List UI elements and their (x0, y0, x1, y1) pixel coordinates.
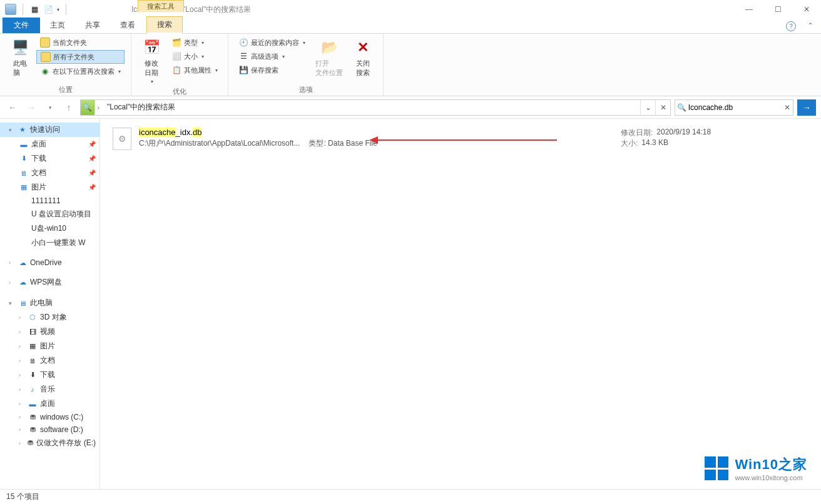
sidebar-item-drive-e[interactable]: ›⛃仅做文件存放 (E:) (0, 436, 99, 450)
sidebar-item-3d[interactable]: ›⬡3D 对象 (0, 310, 99, 325)
sidebar-item-music[interactable]: ›♪音乐 (0, 382, 99, 396)
label: 文档 (31, 168, 46, 178)
document-icon: 🗎 (19, 169, 29, 178)
sidebar-item-pictures[interactable]: ›▦图片 (0, 339, 99, 353)
address-dropdown-icon[interactable]: ⌄ (640, 100, 655, 115)
label: 打开 文件位置 (315, 59, 343, 78)
search-input[interactable] (688, 103, 782, 112)
date-value: 2020/9/19 14:18 (656, 128, 711, 138)
help-icon[interactable]: ? (786, 21, 796, 31)
label: software (D:) (40, 425, 83, 434)
clear-search-icon[interactable]: ✕ (782, 103, 793, 112)
calendar-icon: 📅 (141, 38, 161, 58)
tab-file[interactable]: 文件 (3, 18, 40, 33)
search-location-icon: 🔍 (81, 100, 94, 115)
label: 此电脑 (30, 298, 53, 308)
sidebar-item-drive-c[interactable]: ›⛃windows (C:) (0, 411, 99, 423)
forward-button[interactable]: → (24, 100, 39, 115)
pin-icon: 📌 (88, 184, 96, 191)
save-search-button[interactable]: 💾保存搜索 (235, 64, 309, 76)
close-search-button[interactable]: ✕ 关闭 搜索 (349, 36, 377, 79)
tab-share[interactable]: 共享 (75, 18, 110, 33)
maximize-button[interactable]: ☐ (763, 0, 792, 19)
results-pane[interactable]: ⚙ iconcache_idx.db C:\用户\Administrator\A… (100, 119, 821, 489)
all-subfolders-button[interactable]: 所有子文件夹 (36, 50, 125, 64)
search-box[interactable]: 🔍 ✕ (675, 99, 793, 116)
ribbon-group-refine: 📅 修改 日期▾ 🗂️类型▾ ⬜大小▾ 📋其他属性▾ 优化 (131, 34, 228, 96)
sidebar-item-desktop[interactable]: ▬桌面📌 (0, 137, 99, 151)
recent-searches-button[interactable]: 🕘最近的搜索内容▾ (235, 36, 309, 49)
properties-icon[interactable]: ▦ (29, 4, 39, 14)
navigation-pane[interactable]: ▾★快速访问 ▬桌面📌 ⬇下载📌 🗎文档📌 ▦图片📌 1111111 U 盘设置… (0, 119, 100, 489)
cube-icon: ⬡ (28, 313, 38, 322)
file-metadata: 修改日期:2020/9/19 14:18 大小:14.3 KB (621, 128, 808, 149)
label: 1111111 (31, 196, 61, 205)
sidebar-item-folder[interactable]: 1111111 (0, 194, 99, 207)
chevron-down-icon[interactable]: ▾ (9, 300, 15, 306)
current-folder-button[interactable]: 当前文件夹 (36, 36, 125, 49)
sidebar-item-downloads[interactable]: ⬇下载📌 (0, 151, 99, 166)
label: WPS网盘 (30, 277, 62, 288)
search-again-in-button[interactable]: ◉在以下位置再次搜索▾ (36, 65, 125, 78)
recent-locations-icon[interactable]: ▾ (43, 100, 58, 115)
sidebar-item-onedrive[interactable]: ›☁OneDrive (0, 256, 99, 269)
collapse-ribbon-icon[interactable]: ⌃ (807, 21, 813, 30)
label: windows (C:) (40, 413, 83, 421)
label: 3D 对象 (40, 312, 67, 323)
this-pc-button[interactable]: 🖥️ 此电 脑 (6, 36, 34, 79)
label: 桌面 (31, 139, 46, 149)
sidebar-item-wps[interactable]: ›☁WPS网盘 (0, 275, 99, 290)
drive-icon: ⛃ (28, 425, 38, 434)
other-props-button[interactable]: 📋其他属性▾ (168, 64, 222, 76)
sidebar-item-folder[interactable]: 小白一键重装 W (0, 236, 99, 250)
folder-icon (19, 210, 29, 219)
label: 高级选项 (251, 52, 278, 61)
go-button[interactable]: → (797, 99, 816, 116)
download-icon: ⬇ (19, 154, 29, 163)
advanced-options-button[interactable]: ☰高级选项▾ (235, 50, 309, 63)
sidebar-item-documents[interactable]: 🗎文档📌 (0, 166, 99, 180)
sidebar-item-quick-access[interactable]: ▾★快速访问 (0, 123, 99, 137)
sidebar-item-documents[interactable]: ›🗎文档 (0, 353, 99, 368)
minimize-button[interactable]: — (735, 0, 763, 19)
globe-icon: ◉ (40, 66, 50, 76)
tab-search[interactable]: 搜索 (146, 16, 183, 34)
desktop-icon: ▬ (28, 400, 38, 408)
sidebar-item-this-pc[interactable]: ▾🖥此电脑 (0, 296, 99, 310)
qat-dropdown-icon[interactable]: ▾ (57, 7, 59, 13)
tab-home[interactable]: 主页 (40, 18, 75, 33)
address-bar[interactable]: 🔍 › "Local"中的搜索结果 ⌄ ✕ (80, 99, 671, 116)
stop-refresh-icon[interactable]: ✕ (655, 100, 670, 115)
sidebar-item-desktop[interactable]: ›▬桌面 (0, 396, 99, 411)
chevron-right-icon[interactable]: › (9, 260, 15, 266)
tab-view[interactable]: 查看 (110, 18, 145, 33)
back-button[interactable]: ← (5, 100, 20, 115)
sidebar-item-folder[interactable]: U 盘设置启动项目 (0, 207, 99, 221)
navigation-bar: ← → ▾ ↑ 🔍 › "Local"中的搜索结果 ⌄ ✕ 🔍 ✕ → (0, 96, 821, 119)
up-button[interactable]: ↑ (61, 100, 76, 115)
modify-date-button[interactable]: 📅 修改 日期▾ (138, 36, 165, 86)
sidebar-item-downloads[interactable]: ›⬇下载 (0, 368, 99, 382)
sidebar-item-videos[interactable]: ›🎞视频 (0, 325, 99, 339)
new-folder-icon[interactable]: 📄 (43, 4, 53, 14)
type-button[interactable]: 🗂️类型▾ (168, 36, 222, 49)
open-file-location-button[interactable]: 📂 打开 文件位置 (312, 36, 347, 79)
group-label: 优化 (138, 86, 222, 96)
size-button[interactable]: ⬜大小▾ (168, 50, 222, 63)
chevron-down-icon: ▾ (151, 79, 153, 84)
label: 大小 (184, 52, 198, 61)
sidebar-item-pictures[interactable]: ▦图片📌 (0, 180, 99, 194)
size-label: 大小: (621, 138, 638, 149)
chevron-down-icon: ▾ (303, 40, 305, 46)
sidebar-item-folder[interactable]: U盘-win10 (0, 221, 99, 236)
chevron-down-icon[interactable]: ▾ (9, 127, 15, 133)
chevron-down-icon: ▾ (118, 69, 121, 74)
pc-icon: 🖥 (18, 299, 28, 308)
group-label: 位置 (6, 84, 125, 94)
sidebar-item-drive-d[interactable]: ›⛃software (D:) (0, 423, 99, 436)
address-text: "Local"中的搜索结果 (102, 102, 640, 113)
close-button[interactable]: ✕ (792, 0, 821, 19)
label: 当前文件夹 (53, 38, 87, 48)
chevron-right-icon[interactable]: › (9, 280, 15, 286)
search-tools-context-label: 搜索工具 (138, 0, 184, 12)
